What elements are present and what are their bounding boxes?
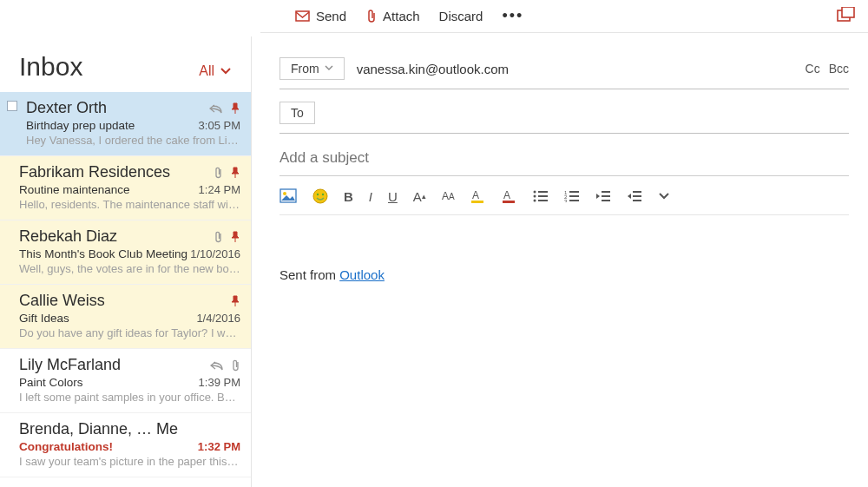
underline-button[interactable]: U: [388, 189, 398, 204]
subject-row: [279, 141, 849, 176]
from-address: vanessa.kin@outlook.com: [357, 62, 806, 76]
message-item[interactable]: Brenda, Dianne, … MeCongratulations!1:32…: [0, 413, 251, 477]
popout-icon: [837, 7, 856, 23]
svg-point-14: [533, 195, 536, 198]
svg-rect-21: [569, 195, 579, 197]
to-label: To: [291, 106, 304, 120]
reply-icon: [209, 103, 223, 114]
numbered-list-button[interactable]: 123: [564, 190, 580, 202]
svg-rect-23: [569, 200, 579, 201]
svg-point-6: [317, 194, 319, 195]
message-subject: Gift Ideas: [19, 312, 196, 325]
message-preview: Hello, residents. The maintenance staff …: [19, 198, 240, 211]
message-time: 1/4/2016: [196, 312, 240, 325]
message-preview: Well, guys, the votes are in for the new…: [19, 262, 240, 275]
font-color-button[interactable]: A: [502, 188, 517, 204]
folder-header: Inbox All: [0, 36, 251, 92]
select-checkbox[interactable]: [7, 101, 17, 111]
message-subject: Paint Colors: [19, 376, 199, 389]
popout-button[interactable]: [837, 7, 856, 23]
more-actions-button[interactable]: •••: [502, 7, 523, 25]
paperclip-icon: [365, 10, 378, 23]
bold-button[interactable]: B: [344, 189, 353, 204]
attach-label: Attach: [383, 9, 420, 23]
svg-rect-2: [842, 7, 854, 17]
signature-link[interactable]: Outlook: [339, 267, 385, 282]
image-icon: [279, 188, 297, 204]
svg-point-12: [533, 191, 536, 194]
message-item[interactable]: Rebekah DiazThis Month's Book Club Meeti…: [0, 220, 251, 285]
send-label: Send: [316, 9, 346, 23]
message-sender: Callie Weiss: [19, 292, 230, 310]
message-item[interactable]: Fabrikam ResidencesRoutine maintenance1:…: [0, 156, 251, 220]
indent-icon: [627, 190, 642, 202]
chevron-down-icon: [325, 65, 333, 72]
svg-point-5: [313, 189, 327, 203]
from-row: From vanessa.kin@outlook.com Cc Bcc: [279, 52, 849, 89]
format-toolbar: B I U A▴ AA A A 123: [279, 181, 849, 215]
folder-filter-button[interactable]: All: [199, 63, 232, 79]
paperclip-icon: [231, 359, 240, 372]
message-item[interactable]: Lily McFarlandPaint Colors1:39 PMI left …: [0, 349, 251, 413]
message-subject: Congratulations!: [19, 440, 198, 453]
svg-rect-28: [633, 195, 641, 197]
format-more-button[interactable]: [658, 192, 670, 201]
svg-text:A: A: [503, 189, 510, 201]
message-preview: Do you have any gift ideas for Taylor? I…: [19, 326, 240, 339]
numbered-list-icon: 123: [564, 190, 580, 202]
compose-body[interactable]: Sent from Outlook: [279, 215, 849, 282]
svg-rect-26: [602, 200, 610, 201]
italic-button[interactable]: I: [369, 189, 372, 204]
compose-pane: From vanessa.kin@outlook.com Cc Bcc To B…: [260, 36, 868, 487]
insert-emoji-button[interactable]: [312, 188, 328, 204]
outdent-icon: [595, 190, 611, 202]
svg-text:A: A: [472, 189, 479, 201]
attach-button[interactable]: Attach: [365, 9, 420, 23]
subject-input[interactable]: [279, 149, 849, 167]
to-label-button[interactable]: To: [279, 102, 315, 124]
font-size-up-button[interactable]: A▴: [413, 189, 426, 204]
message-sender: Fabrikam Residences: [19, 163, 214, 181]
discard-button[interactable]: Discard: [439, 9, 483, 23]
pin-icon: [230, 231, 240, 243]
to-row: To: [279, 96, 849, 134]
message-item[interactable]: Dexter OrthBirthday prep update3:05 PMHe…: [0, 92, 251, 156]
message-preview: I saw your team's picture in the paper t…: [19, 455, 240, 468]
svg-rect-27: [633, 191, 641, 193]
discard-label: Discard: [439, 9, 483, 23]
message-subject: This Month's Book Club Meeting: [19, 247, 190, 260]
bullet-list-button[interactable]: [533, 190, 549, 202]
svg-point-4: [283, 192, 286, 195]
pin-icon: [230, 295, 240, 307]
indent-button[interactable]: [627, 190, 642, 202]
cc-button[interactable]: Cc: [806, 62, 820, 76]
outdent-button[interactable]: [595, 190, 611, 202]
pin-icon: [230, 167, 240, 179]
send-button[interactable]: Send: [295, 9, 346, 23]
highlight-color-button[interactable]: A: [470, 188, 486, 204]
message-time: 1/10/2016: [190, 247, 240, 260]
message-subject: Birthday prep update: [26, 119, 199, 132]
compose-toolbar: Send Attach Discard •••: [260, 0, 868, 33]
emoji-icon: [312, 188, 328, 204]
svg-rect-11: [503, 201, 515, 203]
insert-image-button[interactable]: [279, 188, 297, 204]
message-sender: Rebekah Diaz: [19, 227, 214, 246]
message-item[interactable]: Callie WeissGift Ideas1/4/2016Do you hav…: [0, 285, 251, 349]
svg-rect-29: [633, 200, 641, 201]
reply-icon: [210, 360, 224, 371]
folder-filter-label: All: [199, 63, 214, 79]
chevron-down-icon: [220, 67, 232, 76]
highlight-icon: A: [470, 188, 486, 204]
svg-rect-24: [602, 191, 610, 193]
message-preview: Hey Vanessa, I ordered the cake from Lib…: [26, 134, 240, 147]
chevron-down-icon: [658, 192, 670, 201]
svg-rect-13: [538, 191, 548, 193]
message-time: 3:05 PM: [199, 119, 240, 132]
message-time: 1:39 PM: [199, 376, 240, 389]
bcc-button[interactable]: Bcc: [829, 62, 849, 76]
svg-rect-9: [471, 201, 483, 203]
font-size-down-button[interactable]: AA: [442, 190, 455, 202]
from-picker-button[interactable]: From: [279, 57, 345, 80]
message-subject: Routine maintenance: [19, 183, 199, 196]
